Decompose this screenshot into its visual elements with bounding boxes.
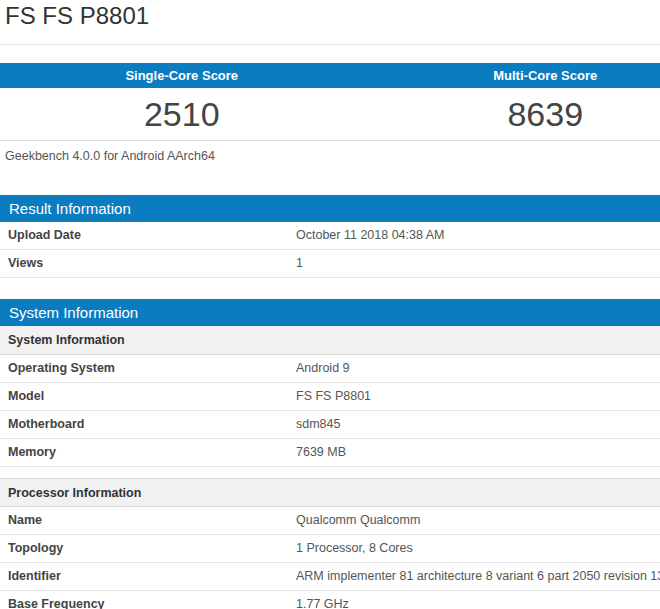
row-label: Upload Date: [0, 228, 296, 243]
row-value: October 11 2018 04:38 AM: [296, 228, 660, 243]
table-row: IdentifierARM implementer 81 architectur…: [0, 563, 660, 591]
row-label: Topology: [0, 541, 296, 556]
table-row: Views1: [0, 250, 660, 278]
row-value: Android 9: [296, 361, 660, 376]
geekbench-version-note: Geekbench 4.0.0 for Android AArch64: [0, 141, 660, 195]
row-value: FS FS P8801: [296, 389, 660, 404]
table-row: ModelFS FS P8801: [0, 383, 660, 411]
row-label: Motherboard: [0, 417, 296, 432]
row-label: Base Frequency: [0, 597, 296, 609]
geekbench-result-page: FS FS P8801 Single-Core Score Multi-Core…: [0, 0, 660, 609]
row-value: 7639 MB: [296, 445, 660, 460]
row-value: sdm845: [296, 417, 660, 432]
row-value: 1: [296, 256, 660, 271]
row-value: 1 Processor, 8 Cores: [296, 541, 660, 556]
single-core-score-header: Single-Core Score: [0, 63, 364, 88]
table-row: Upload DateOctober 11 2018 04:38 AM: [0, 222, 660, 250]
multi-core-score-header: Multi-Core Score: [364, 63, 660, 88]
result-information-table: Upload DateOctober 11 2018 04:38 AMViews…: [0, 222, 660, 278]
single-core-score-value: 2510: [0, 88, 364, 140]
row-value: 1.77 GHz: [296, 597, 660, 609]
table-row: Operating SystemAndroid 9: [0, 355, 660, 383]
row-value: ARM implementer 81 architecture 8 varian…: [296, 569, 660, 584]
row-label: Views: [0, 256, 296, 271]
row-label: Memory: [0, 445, 296, 460]
subsection-header: System Information: [0, 326, 660, 355]
score-banner: Single-Core Score Multi-Core Score 2510 …: [0, 63, 660, 195]
multi-core-score-value: 8639: [364, 88, 660, 140]
row-label: Model: [0, 389, 296, 404]
system-information-table: System InformationOperating SystemAndroi…: [0, 326, 660, 609]
row-label: Identifier: [0, 569, 296, 584]
table-row: Base Frequency1.77 GHz: [0, 591, 660, 609]
subsection-header: Processor Information: [0, 478, 660, 507]
table-row: Motherboardsdm845: [0, 411, 660, 439]
title-divider: [0, 44, 660, 45]
page-title: FS FS P8801: [0, 0, 660, 30]
score-header-bar: Single-Core Score Multi-Core Score: [0, 63, 660, 88]
result-information-section: Result Information Upload DateOctober 11…: [0, 195, 660, 278]
table-row: NameQualcomm Qualcomm: [0, 507, 660, 535]
result-information-header: Result Information: [0, 195, 660, 222]
row-label: Name: [0, 513, 296, 528]
table-row: Topology1 Processor, 8 Cores: [0, 535, 660, 563]
row-label: Operating System: [0, 361, 296, 376]
score-values-row: 2510 8639: [0, 88, 660, 141]
table-row: Memory7639 MB: [0, 439, 660, 467]
row-value: Qualcomm Qualcomm: [296, 513, 660, 528]
system-information-header: System Information: [0, 299, 660, 326]
system-information-section: System Information System InformationOpe…: [0, 299, 660, 609]
